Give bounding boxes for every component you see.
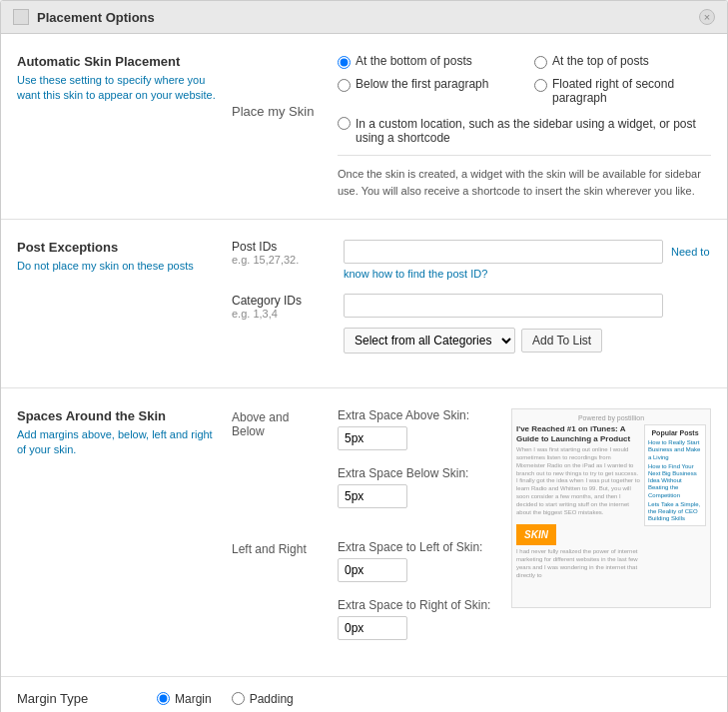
popular-post-1: How to Really Start Business and Make a … [648, 439, 702, 461]
margin-type-label: Margin Type [17, 691, 117, 706]
placement-section: Automatic Skin Placement Use these setti… [1, 34, 727, 220]
popular-post-3: Lets Take a Simple, the Reality of CEO B… [648, 501, 702, 523]
left-right-label: Left and Right [232, 540, 322, 556]
category-ids-label-block: Category IDs e.g. 1,3,4 [232, 294, 332, 320]
radio-top: At the top of posts [534, 54, 711, 69]
spaces-section: Spaces Around the Skin Add margins above… [1, 388, 727, 677]
post-ids-input[interactable] [344, 240, 663, 264]
find-post-id-link[interactable]: know how to find the post ID? [344, 268, 711, 280]
below-input[interactable] [338, 484, 407, 508]
spaces-section-desc: Add margins above, below, left and right… [17, 427, 216, 458]
radio-floated: Floated right of second paragraph [534, 77, 711, 105]
post-exceptions-section: Post Exceptions Do not place my skin on … [1, 220, 727, 388]
post-ids-sublabel: e.g. 15,27,32. [232, 254, 332, 266]
spaces-controls: Above and Below Extra Space Above Skin: … [232, 408, 499, 656]
padding-radio-input[interactable] [232, 692, 245, 705]
placement-radio-group: At the bottom of posts At the top of pos… [338, 54, 711, 105]
above-below-inputs: Extra Space Above Skin: Extra Space Belo… [338, 408, 469, 524]
preview-sidebar: Popular Posts How to Really Start Busine… [644, 424, 706, 580]
radio-custom-label[interactable]: In a custom location, such as the sideba… [356, 117, 711, 145]
padding-option: Padding [232, 692, 294, 706]
above-label: Extra Space Above Skin: [338, 408, 469, 422]
post-exceptions-title: Post Exceptions [17, 240, 216, 255]
radio-first-para-label[interactable]: Below the first paragraph [356, 77, 488, 91]
above-below-label: Above and Below [232, 408, 322, 438]
margin-option: Margin [157, 692, 212, 706]
title-bar: Placement Options × [1, 1, 727, 34]
post-exceptions-left: Post Exceptions Do not place my skin on … [17, 240, 232, 367]
popular-posts-box: Popular Posts How to Really Start Busine… [644, 424, 706, 526]
left-input[interactable] [338, 558, 407, 582]
right-label: Extra Space to Right of Skin: [338, 598, 490, 612]
category-controls: Select from all Categories Add To List [344, 328, 711, 354]
right-input-row [338, 616, 490, 640]
radio-first-para-input[interactable] [338, 79, 351, 92]
placement-info-text: Once the skin is created, a widget with … [338, 155, 711, 199]
category-ids-row: Category IDs e.g. 1,3,4 Select from all … [232, 294, 711, 354]
placement-options-window: Placement Options × Automatic Skin Place… [0, 0, 728, 712]
radio-floated-label[interactable]: Floated right of second paragraph [552, 77, 711, 105]
placement-section-title: Automatic Skin Placement [17, 54, 216, 69]
preview-content-1: When I was first starting out online I w… [516, 446, 640, 516]
above-below-row: Above and Below Extra Space Above Skin: … [232, 408, 499, 524]
margin-radio-label[interactable]: Margin [175, 692, 212, 706]
need-to-link[interactable]: Need to [671, 246, 710, 258]
window-title: Placement Options [37, 10, 155, 25]
add-to-list-button[interactable]: Add To List [521, 329, 602, 353]
above-input[interactable] [338, 426, 407, 450]
above-group: Extra Space Above Skin: [338, 408, 469, 450]
above-input-row [338, 426, 469, 450]
preview-article-title: I've Reached #1 on iTunes: A Guide to La… [516, 424, 640, 443]
margin-radio-group: Margin Padding [157, 692, 294, 706]
padding-radio-label[interactable]: Padding [250, 692, 294, 706]
post-exceptions-desc: Do not place my skin on these posts [17, 259, 216, 274]
post-exceptions-right: Post IDs e.g. 15,27,32. Need to know how… [232, 240, 711, 367]
left-label: Extra Space to Left of Skin: [338, 540, 490, 554]
margin-radio-input[interactable] [157, 692, 170, 705]
spaces-section-right: Above and Below Extra Space Above Skin: … [232, 408, 711, 656]
category-ids-controls: Select from all Categories Add To List [344, 294, 711, 354]
placement-section-desc: Use these setting to specify where you w… [17, 73, 216, 104]
placement-options-container: At the bottom of posts At the top of pos… [338, 54, 711, 199]
preview-content-2: I had never fully realized the power of … [516, 548, 640, 579]
preview-poweredby: Powered by postillion [516, 413, 706, 422]
post-ids-input-row: Need to [344, 240, 711, 264]
placement-section-right: Place my Skin At the bottom of posts At … [232, 54, 711, 199]
radio-first-para: Below the first paragraph [338, 77, 514, 105]
post-ids-label-block: Post IDs e.g. 15,27,32. [232, 240, 332, 266]
category-ids-label: Category IDs [232, 294, 332, 308]
radio-top-label[interactable]: At the top of posts [552, 54, 649, 68]
placement-section-left: Automatic Skin Placement Use these setti… [17, 54, 232, 199]
preview-skin-badge-container: SKIN [516, 520, 640, 545]
popular-posts-title: Popular Posts [648, 428, 702, 437]
left-right-row: Left and Right Extra Space to Left of Sk… [232, 540, 499, 656]
radio-bottom: At the bottom of posts [338, 54, 514, 69]
radio-floated-input[interactable] [534, 79, 547, 92]
radio-custom-input[interactable] [338, 117, 351, 130]
window-icon [13, 9, 29, 25]
below-input-row [338, 484, 469, 508]
title-bar-left: Placement Options [13, 9, 155, 25]
right-group: Extra Space to Right of Skin: [338, 598, 490, 640]
preview-main-col: I've Reached #1 on iTunes: A Guide to La… [516, 424, 640, 580]
skin-badge: SKIN [516, 524, 556, 545]
below-label: Extra Space Below Skin: [338, 466, 469, 480]
below-group: Extra Space Below Skin: [338, 466, 469, 508]
radio-top-input[interactable] [534, 56, 547, 69]
skin-preview: Powered by postillion I've Reached #1 on… [511, 408, 711, 608]
radio-custom-location: In a custom location, such as the sideba… [338, 117, 711, 145]
radio-bottom-input[interactable] [338, 56, 351, 69]
spaces-section-left: Spaces Around the Skin Add margins above… [17, 408, 232, 458]
left-right-inputs: Extra Space to Left of Skin: Extra Space… [338, 540, 490, 656]
right-input[interactable] [338, 616, 407, 640]
category-select-dropdown[interactable]: Select from all Categories [344, 328, 515, 354]
category-ids-input[interactable] [344, 294, 663, 318]
preview-inner: I've Reached #1 on iTunes: A Guide to La… [516, 424, 706, 580]
radio-bottom-label[interactable]: At the bottom of posts [356, 54, 472, 68]
margin-type-row: Margin Type Margin Padding [17, 691, 711, 706]
close-button[interactable]: × [699, 9, 715, 25]
spaces-section-title: Spaces Around the Skin [17, 408, 216, 423]
post-ids-row: Post IDs e.g. 15,27,32. Need to know how… [232, 240, 711, 280]
popular-post-2: How to Find Your Next Big Business Idea … [648, 463, 702, 499]
category-ids-sublabel: e.g. 1,3,4 [232, 308, 332, 320]
